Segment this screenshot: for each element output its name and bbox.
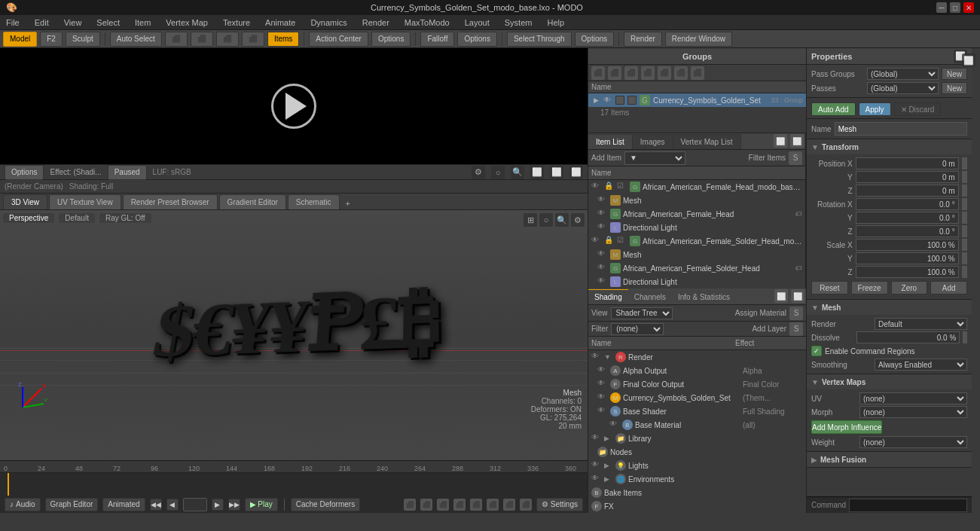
position-z-input[interactable] <box>856 185 959 197</box>
menu-vertex-map[interactable]: Vertex Map <box>163 18 211 27</box>
vertex-maps-header[interactable]: ▼ Vertex Maps <box>807 374 972 389</box>
menu-edit[interactable]: Edit <box>32 18 52 27</box>
scale-z-input[interactable] <box>856 266 959 278</box>
reset-button[interactable]: Reset <box>811 281 848 294</box>
item-list-icon-1[interactable]: ⬜ <box>774 134 787 148</box>
groups-icon-5[interactable]: ⬛ <box>658 66 671 80</box>
command-input[interactable] <box>849 499 967 512</box>
items-button[interactable]: Items <box>267 32 299 47</box>
morph-select[interactable]: (none) <box>859 406 967 418</box>
menu-texture[interactable]: Texture <box>220 18 253 27</box>
menu-system[interactable]: System <box>502 18 536 27</box>
add-layer-icon[interactable]: S <box>789 322 803 336</box>
il-eye-1[interactable]: 👁 <box>591 182 602 192</box>
preview-icon-3[interactable]: 🔍 <box>511 166 524 179</box>
preview-icon-5[interactable]: ⬜ <box>550 166 563 179</box>
preview-icon-2[interactable]: ○ <box>491 166 505 179</box>
menu-select[interactable]: Select <box>93 18 123 27</box>
add-morph-button[interactable]: Add Morph Influence <box>811 420 882 434</box>
add-button[interactable]: Add <box>930 281 967 294</box>
tab-channels[interactable]: Channels <box>628 289 672 304</box>
pass-groups-select[interactable]: (Global) <box>867 68 939 80</box>
sl-eye-render[interactable]: 👁 <box>591 352 602 362</box>
sl-eye-alpha[interactable]: 👁 <box>597 365 608 376</box>
groups-icon-6[interactable]: ⬛ <box>674 66 688 80</box>
bb-icon-7[interactable]: ⬛ <box>503 499 515 511</box>
menu-file[interactable]: File <box>3 18 23 27</box>
sl-row-base-shader[interactable]: 👁 S Base Shader Full Shading <box>588 404 806 418</box>
add-item-select[interactable]: ▼ <box>624 151 685 165</box>
position-x-drag[interactable] <box>962 157 967 169</box>
tab-shading[interactable]: Shading <box>588 289 628 304</box>
mesh-header[interactable]: ▼ Mesh <box>807 300 972 315</box>
icon-btn-2[interactable]: ⬛ <box>191 32 213 47</box>
minimize-button[interactable]: ─ <box>936 2 947 13</box>
bb-icon-1[interactable]: ⬛ <box>404 499 416 511</box>
il-lock-2[interactable]: 🔒 <box>604 236 615 246</box>
position-y-drag[interactable] <box>962 171 967 183</box>
dissolve-drag[interactable] <box>963 331 967 343</box>
shader-tree-select[interactable]: Shader Tree <box>611 307 673 319</box>
bb-icon-4[interactable]: ⬛ <box>453 499 466 511</box>
groups-icon-7[interactable]: ⬛ <box>691 66 704 80</box>
back-button[interactable]: ◀ <box>166 499 179 511</box>
default-option[interactable]: Default <box>59 213 95 223</box>
tab-info-stats[interactable]: Info & Statistics <box>672 289 736 304</box>
options-3-button[interactable]: Options <box>575 32 614 47</box>
shading-icon-2[interactable]: ⬜ <box>791 289 804 303</box>
sl-eye-base-shader[interactable]: 👁 <box>597 406 608 417</box>
new-group-button[interactable]: New <box>942 68 967 80</box>
preview-icon-1[interactable]: ⚙ <box>472 166 485 179</box>
il-row-group-1a[interactable]: 👁 G African_American_Female_Head 🏷 <box>588 207 805 221</box>
sl-eye-final[interactable]: 👁 <box>597 379 608 389</box>
groups-icon-3[interactable]: ⬛ <box>624 66 638 80</box>
weight-select[interactable]: (none) <box>859 436 967 448</box>
position-z-drag[interactable] <box>962 185 967 197</box>
position-y-input[interactable] <box>856 171 959 183</box>
sl-expand-library[interactable]: ▶ <box>604 435 613 442</box>
groups-row-items[interactable]: 17 Items <box>588 107 806 118</box>
scale-x-input[interactable] <box>856 239 959 251</box>
sl-row-bake[interactable]: B Bake Items <box>588 486 806 499</box>
tab-add-button[interactable]: + <box>341 197 355 209</box>
il-eye-g1a[interactable]: 👁 <box>597 209 608 219</box>
uv-select[interactable]: (none) <box>859 392 967 404</box>
il-row-light-2[interactable]: 👁 L Directional Light <box>588 275 805 288</box>
auto-select-button[interactable]: Auto Select <box>110 32 162 47</box>
shading-s-icon[interactable]: S <box>789 307 803 320</box>
bb-icon-2[interactable]: ⬛ <box>420 499 432 511</box>
il-eye-m1[interactable]: 👁 <box>597 195 608 206</box>
passes-select[interactable]: (Global) <box>867 82 939 94</box>
sl-eye-env[interactable]: 👁 <box>591 474 602 484</box>
filter-none-select[interactable]: (none) <box>611 323 664 335</box>
menu-animate[interactable]: Animate <box>262 18 298 27</box>
sl-row-final-color[interactable]: 👁 F Final Color Output Final Color <box>588 377 806 391</box>
il-check-2[interactable]: ☑ <box>617 236 627 246</box>
auto-add-button[interactable]: Auto Add <box>811 102 856 116</box>
rotation-y-drag[interactable] <box>962 212 967 224</box>
sl-eye-currency[interactable]: 👁 <box>597 392 608 403</box>
preview-icon-4[interactable]: ⬜ <box>530 166 544 179</box>
model-mode-button[interactable]: Model <box>3 32 37 47</box>
viewport-3d[interactable]: $€¥¥Ᵽ£₿ Perspective Default Ray GL: Off … <box>0 210 588 460</box>
discard-button[interactable]: ✕ Discard <box>894 102 942 116</box>
sl-row-currency-mat[interactable]: 👁 M Currency_Symbols_Golden_Set (Them... <box>588 391 806 404</box>
bb-icon-6[interactable]: ⬛ <box>487 499 499 511</box>
render-select[interactable]: Default <box>875 318 967 330</box>
il-eye-l2[interactable]: 👁 <box>597 276 608 287</box>
il-row-group-1[interactable]: 👁 🔒 ☑ G African_American_Female_Head_mod… <box>588 180 805 194</box>
vp-icon-camera[interactable]: ○ <box>539 213 553 227</box>
menu-layout[interactable]: Layout <box>462 18 493 27</box>
graph-editor-button[interactable]: Graph Editor <box>45 498 99 511</box>
falloff-button[interactable]: Falloff <box>420 32 454 47</box>
rotation-x-drag[interactable] <box>962 198 967 210</box>
item-list-content[interactable]: 👁 🔒 ☑ G African_American_Female_Head_mod… <box>588 180 805 288</box>
il-lock-1[interactable]: 🔒 <box>604 182 615 192</box>
animated-button[interactable]: Animated <box>102 498 145 511</box>
render-button[interactable]: Render <box>624 32 662 47</box>
il-row-mesh-1[interactable]: 👁 M Mesh <box>588 194 805 207</box>
groups-icon-1[interactable]: ⬛ <box>591 66 605 80</box>
tab-item-list[interactable]: Item List <box>588 134 633 149</box>
sl-row-alpha[interactable]: 👁 A Alpha Output Alpha <box>588 364 806 377</box>
paused-button[interactable]: Paused <box>108 165 147 180</box>
